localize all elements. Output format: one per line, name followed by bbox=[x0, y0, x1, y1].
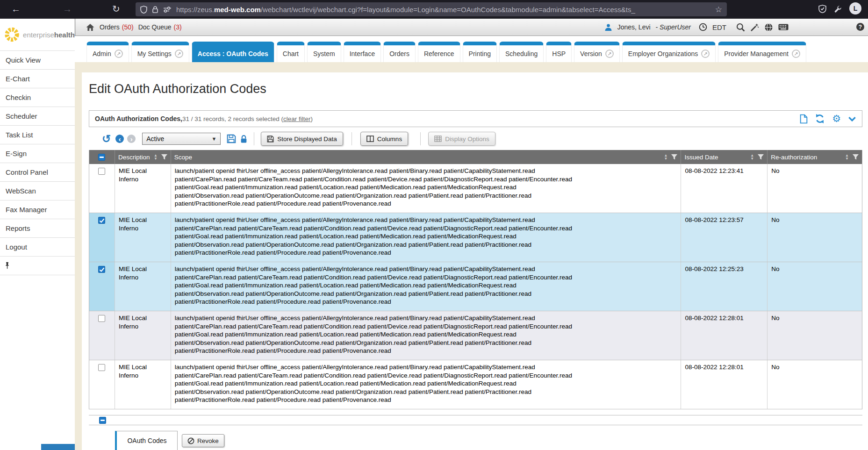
sidebar-item-webscan[interactable]: WebScan bbox=[0, 182, 75, 200]
external-link-icon: ↗ bbox=[605, 50, 614, 58]
previous-page-icon[interactable]: ‹ bbox=[115, 135, 124, 143]
table-row[interactable]: MIE Local Inferno launch/patient openid … bbox=[89, 164, 862, 213]
tab-employer-organizations[interactable]: Employer Organizations↗ bbox=[622, 42, 716, 62]
doc-queue-link[interactable]: Doc Queue(3) bbox=[138, 23, 182, 31]
tab-interface[interactable]: Interface bbox=[344, 42, 381, 62]
column-header-issued-date[interactable]: Issued Date ▲▼ bbox=[681, 150, 768, 164]
column-header-description[interactable]: Description ▲▼ bbox=[115, 150, 171, 164]
columns-button[interactable]: Columns bbox=[360, 132, 408, 146]
tab-access-oauth-codes[interactable]: Access : OAuth Codes bbox=[192, 42, 274, 62]
row-checkbox[interactable] bbox=[98, 217, 105, 224]
pin-icon[interactable] bbox=[4, 262, 11, 270]
filter-funnel-icon[interactable] bbox=[853, 154, 859, 160]
shield-icon[interactable] bbox=[140, 6, 147, 14]
table-toolbar: ↺ ‹ › Active ▼ Store Displayed Data Colu… bbox=[102, 131, 495, 146]
select-all-checkbox[interactable] bbox=[98, 154, 105, 161]
sidebar-item-scheduler[interactable]: Scheduler bbox=[0, 107, 75, 126]
filter-funnel-icon[interactable] bbox=[161, 154, 167, 160]
table-row[interactable]: MIE Local Inferno launch/patient openid … bbox=[89, 360, 862, 409]
undo-icon[interactable]: ↺ bbox=[102, 133, 111, 145]
save-filter-icon[interactable] bbox=[227, 134, 236, 143]
home-icon[interactable] bbox=[86, 23, 95, 31]
keyboard-icon[interactable] bbox=[778, 24, 789, 30]
row-select-cell bbox=[89, 213, 115, 262]
sidebar-item-fax-manager[interactable]: Fax Manager bbox=[0, 200, 75, 219]
globe-icon[interactable] bbox=[764, 23, 773, 32]
select-all-footer-checkbox[interactable] bbox=[99, 417, 106, 424]
store-displayed-data-button[interactable]: Store Displayed Data bbox=[261, 132, 343, 146]
user-name[interactable]: Jones, Levi bbox=[617, 23, 651, 31]
tab-version[interactable]: Version↗ bbox=[574, 42, 620, 62]
search-icon[interactable] bbox=[736, 23, 745, 32]
row-checkbox[interactable] bbox=[98, 364, 105, 371]
collapse-chevron-icon[interactable] bbox=[848, 116, 856, 121]
sort-icon[interactable]: ▲▼ bbox=[750, 154, 754, 160]
url-text[interactable]: https://zeus.med-web.com/webchart/wctlev… bbox=[176, 6, 710, 14]
tab-admin[interactable]: Admin↗ bbox=[86, 42, 129, 62]
column-header-scope[interactable]: Scope ▲▼ bbox=[171, 150, 681, 164]
browser-back-icon[interactable]: ← bbox=[11, 3, 21, 15]
tab-reference[interactable]: Reference bbox=[418, 42, 460, 62]
revoke-slash-icon bbox=[187, 437, 194, 444]
orders-link[interactable]: Orders(50) bbox=[100, 23, 134, 31]
sunflower-logo-icon bbox=[4, 25, 20, 44]
lock-filter-icon[interactable] bbox=[240, 135, 247, 143]
permissions-icon[interactable] bbox=[163, 6, 172, 13]
revoke-button[interactable]: Revoke bbox=[182, 434, 224, 447]
sidebar-item-quick-view[interactable]: Quick View bbox=[0, 51, 75, 70]
filter-funnel-icon[interactable] bbox=[758, 154, 764, 160]
sort-icon[interactable]: ▲▼ bbox=[154, 154, 158, 160]
refresh-icon[interactable] bbox=[815, 114, 825, 124]
external-link-icon: ↗ bbox=[792, 50, 800, 58]
row-checkbox[interactable] bbox=[98, 315, 105, 322]
sidebar-item-logout[interactable]: Logout bbox=[0, 238, 75, 257]
sidebar-item-task-list[interactable]: Task List bbox=[0, 126, 75, 144]
row-checkbox[interactable] bbox=[98, 168, 105, 175]
table-grid-icon bbox=[434, 136, 442, 142]
wrench-icon[interactable] bbox=[834, 5, 842, 13]
reauthorization-cell: No bbox=[768, 164, 862, 213]
tab-chart[interactable]: Chart bbox=[277, 42, 305, 62]
column-header-re-authorization[interactable]: Re-authorization ▲▼ bbox=[768, 150, 862, 164]
scope-cell: launch/patient openid fhirUser offline_a… bbox=[171, 311, 681, 360]
table-row[interactable]: MIE Local Inferno launch/patient openid … bbox=[89, 311, 862, 360]
sidebar-item-reports[interactable]: Reports bbox=[0, 219, 75, 238]
bookmark-star-icon[interactable]: ☆ bbox=[715, 5, 722, 14]
table-row[interactable]: MIE Local Inferno launch/patient openid … bbox=[89, 262, 862, 311]
sidebar-item-e-chart[interactable]: E-Chart bbox=[0, 70, 75, 88]
next-page-icon[interactable]: › bbox=[127, 135, 136, 143]
tab-oauth-codes[interactable]: OAuth Codes bbox=[115, 431, 178, 450]
new-document-icon[interactable] bbox=[800, 114, 808, 124]
browser-account-avatar[interactable]: L bbox=[849, 2, 861, 14]
table-row[interactable]: MIE Local Inferno launch/patient openid … bbox=[89, 213, 862, 262]
tab-hsp[interactable]: HSP bbox=[546, 42, 572, 62]
address-bar[interactable]: https://zeus.med-web.com/webchart/wctlev… bbox=[136, 2, 727, 16]
tab-orders[interactable]: Orders bbox=[383, 42, 416, 62]
filter-funnel-icon[interactable] bbox=[671, 154, 677, 160]
row-checkbox[interactable] bbox=[98, 266, 105, 273]
clear-filter-link[interactable]: clear filter bbox=[283, 115, 311, 122]
magic-wand-icon[interactable] bbox=[750, 23, 759, 32]
display-options-button[interactable]: Display Options bbox=[428, 132, 495, 146]
sidebar-item-control-panel[interactable]: Control Panel bbox=[0, 163, 75, 182]
sidebar-item-checkin[interactable]: Checkin bbox=[0, 88, 75, 107]
tab-my-settings[interactable]: My Settings↗ bbox=[131, 42, 189, 62]
tab-provider-management[interactable]: Provider Management↗ bbox=[718, 42, 806, 62]
row-select-cell bbox=[89, 164, 115, 213]
tab-scheduling[interactable]: Scheduling bbox=[499, 42, 544, 62]
tab-printing[interactable]: Printing bbox=[463, 42, 497, 62]
gear-icon[interactable]: ⚙ bbox=[832, 114, 841, 123]
orders-count-badge: (50) bbox=[122, 23, 134, 31]
sort-icon[interactable]: ▲▼ bbox=[845, 154, 849, 160]
tab-system[interactable]: System bbox=[307, 42, 341, 62]
protection-shield-icon[interactable] bbox=[818, 5, 826, 13]
main-panel: Edit OAuth Authorization Codes OAuth Aut… bbox=[82, 72, 868, 450]
sort-icon[interactable]: ▲▼ bbox=[664, 154, 668, 160]
sidebar-item-e-sign[interactable]: E-Sign bbox=[0, 144, 75, 163]
lock-icon[interactable] bbox=[152, 6, 158, 14]
browser-reload-icon[interactable]: ↻ bbox=[112, 3, 120, 15]
status-filter-select[interactable]: Active ▼ bbox=[142, 133, 221, 145]
browser-forward-icon[interactable]: → bbox=[63, 3, 72, 15]
admin-tab-bar: Admin↗ My Settings↗ Access : OAuth Codes… bbox=[75, 36, 868, 62]
help-icon[interactable]: ? bbox=[856, 23, 864, 31]
